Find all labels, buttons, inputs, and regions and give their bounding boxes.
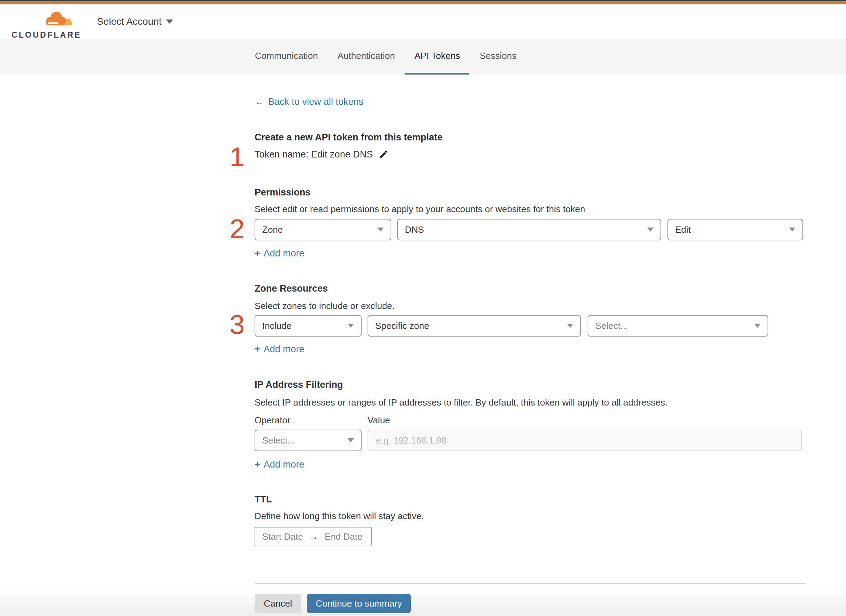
ip-operator-dropdown[interactable]: Select... bbox=[255, 430, 362, 451]
chevron-down-icon bbox=[377, 227, 384, 232]
zone-resources-title: Zone Resources bbox=[255, 282, 328, 295]
footer-background bbox=[0, 585, 846, 616]
account-selector-label: Select Account bbox=[97, 16, 162, 27]
zone-select-placeholder: Select... bbox=[595, 321, 628, 331]
template-heading: Create a new API token from this templat… bbox=[255, 130, 443, 144]
chevron-down-icon bbox=[348, 324, 354, 328]
ip-filter-row: Select... bbox=[255, 430, 802, 451]
permission-access-dropdown[interactable]: Edit bbox=[668, 219, 803, 241]
footer-divider bbox=[255, 583, 806, 584]
zone-resources-add-more-link[interactable]: + Add more bbox=[255, 342, 305, 356]
back-link-label: Back to view all tokens bbox=[268, 95, 363, 109]
app-header: CLOUDFLARE Select Account bbox=[0, 4, 846, 39]
ip-value-input[interactable] bbox=[368, 430, 802, 451]
token-name-line: Token name: Edit zone DNS bbox=[255, 147, 389, 162]
zone-type-value: Specific zone bbox=[375, 321, 429, 331]
chevron-down-icon bbox=[166, 19, 173, 24]
chevron-down-icon bbox=[348, 438, 354, 443]
zone-type-dropdown[interactable]: Specific zone bbox=[368, 315, 581, 337]
zone-mode-dropdown[interactable]: Include bbox=[255, 315, 362, 337]
add-more-label: Add more bbox=[263, 342, 305, 356]
permission-resource-value: DNS bbox=[405, 224, 424, 235]
continue-to-summary-button[interactable]: Continue to summary bbox=[307, 594, 411, 613]
top-brand-stripe bbox=[0, 1, 846, 4]
ip-labels-row: Operator Value bbox=[255, 413, 390, 427]
permissions-add-more-link[interactable]: + Add more bbox=[255, 246, 305, 260]
cancel-button[interactable]: Cancel bbox=[255, 594, 301, 613]
tab-api-tokens[interactable]: API Tokens bbox=[405, 39, 469, 75]
permission-access-value: Edit bbox=[675, 224, 691, 235]
step-number-1: 1 bbox=[225, 143, 249, 171]
cloudflare-wordmark: CLOUDFLARE bbox=[12, 30, 78, 40]
zone-select-dropdown[interactable]: Select... bbox=[588, 315, 768, 337]
step-number-3: 3 bbox=[225, 311, 249, 338]
account-selector[interactable]: Select Account bbox=[97, 4, 173, 39]
ip-filtering-title: IP Address Filtering bbox=[255, 378, 343, 392]
token-name-text: Token name: Edit zone DNS bbox=[255, 147, 373, 162]
zone-mode-value: Include bbox=[262, 321, 291, 331]
ttl-title: TTL bbox=[255, 492, 272, 506]
permission-scope-value: Zone bbox=[262, 224, 283, 235]
permissions-row: Zone DNS Edit bbox=[255, 219, 803, 241]
tab-communication[interactable]: Communication bbox=[246, 39, 327, 75]
plus-icon: + bbox=[255, 342, 260, 356]
chevron-down-icon bbox=[754, 324, 761, 328]
operator-label: Operator bbox=[255, 413, 368, 427]
tab-sessions[interactable]: Sessions bbox=[471, 39, 525, 75]
ttl-date-range-picker[interactable]: Start Date → End Date bbox=[255, 527, 372, 546]
ip-operator-placeholder: Select... bbox=[262, 435, 295, 446]
add-more-label: Add more bbox=[263, 458, 305, 471]
tabs-group: Communication Authentication API Tokens … bbox=[246, 39, 525, 75]
chevron-down-icon bbox=[647, 227, 653, 232]
chevron-down-icon bbox=[789, 227, 796, 232]
cloudflare-logo[interactable]: CLOUDFLARE bbox=[12, 8, 78, 40]
edit-pencil-icon[interactable] bbox=[378, 149, 389, 160]
api-token-template-page: CLOUDFLARE Select Account Communication … bbox=[0, 0, 846, 616]
permission-resource-dropdown[interactable]: DNS bbox=[397, 219, 661, 241]
zone-resources-description: Select zones to include or exclude. bbox=[255, 299, 395, 313]
arrow-right-icon: → bbox=[309, 531, 318, 542]
chevron-down-icon bbox=[567, 324, 573, 328]
add-more-label: Add more bbox=[263, 246, 305, 260]
profile-tabbar: Communication Authentication API Tokens … bbox=[0, 39, 846, 75]
plus-icon: + bbox=[255, 458, 260, 471]
permission-scope-dropdown[interactable]: Zone bbox=[255, 219, 391, 241]
tab-authentication[interactable]: Authentication bbox=[328, 39, 404, 75]
ttl-description: Define how long this token will stay act… bbox=[255, 509, 424, 523]
back-arrow-icon: ← bbox=[255, 95, 264, 109]
ip-filtering-add-more-link[interactable]: + Add more bbox=[255, 458, 305, 471]
end-date-placeholder: End Date bbox=[325, 531, 362, 542]
step-number-2: 2 bbox=[225, 215, 249, 243]
permissions-description: Select edit or read permissions to apply… bbox=[255, 202, 585, 216]
value-label: Value bbox=[368, 413, 390, 427]
zone-resources-row: Include Specific zone Select... bbox=[255, 315, 768, 337]
permissions-title: Permissions bbox=[255, 185, 311, 199]
cloudflare-cloud-icon bbox=[40, 8, 75, 29]
back-to-tokens-link[interactable]: ← Back to view all tokens bbox=[255, 95, 363, 109]
plus-icon: + bbox=[255, 246, 260, 260]
ip-filtering-description: Select IP addresses or ranges of IP addr… bbox=[255, 396, 668, 409]
start-date-placeholder: Start Date bbox=[262, 531, 303, 542]
